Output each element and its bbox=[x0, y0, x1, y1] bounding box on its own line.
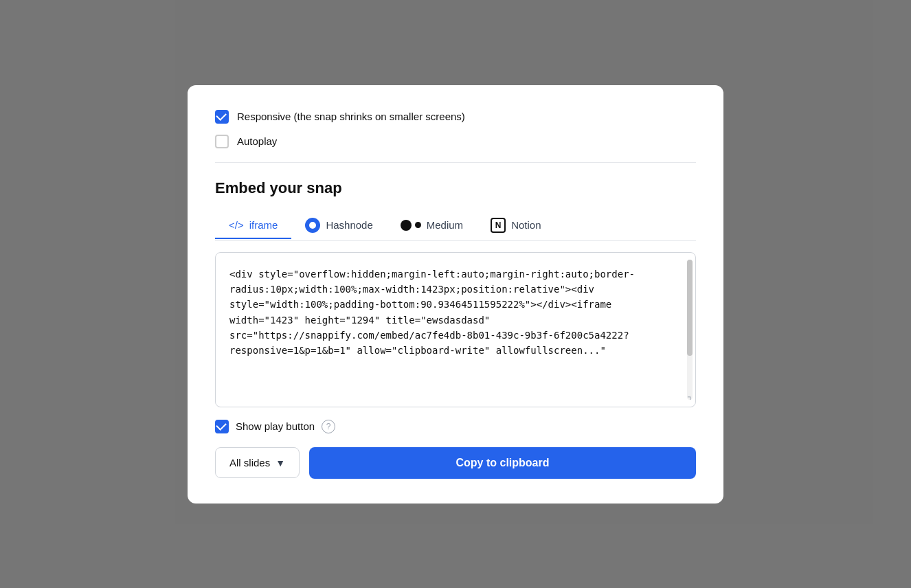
autoplay-checkbox-row: Autoplay bbox=[215, 135, 696, 148]
tab-hashnode[interactable]: Hashnode bbox=[291, 211, 386, 241]
copy-button-label: Copy to clipboard bbox=[456, 457, 550, 468]
show-play-button-label: Show play button bbox=[236, 420, 315, 432]
embed-tabs: </> iframe Hashnode Medium N Notion bbox=[215, 211, 696, 241]
scrollbar-thumb bbox=[687, 260, 693, 356]
notion-icon: N bbox=[491, 218, 506, 233]
embed-section-title: Embed your snap bbox=[215, 179, 696, 197]
responsive-label: Responsive (the snap shrinks on smaller … bbox=[237, 111, 465, 122]
actions-row: All slides ▼ Copy to clipboard bbox=[215, 447, 696, 479]
help-icon[interactable]: ? bbox=[322, 420, 335, 433]
hashnode-inner-dot bbox=[309, 222, 316, 229]
medium-dot-large bbox=[401, 220, 412, 231]
tab-medium-label: Medium bbox=[427, 219, 463, 231]
autoplay-label: Autoplay bbox=[237, 135, 277, 147]
copy-to-clipboard-button[interactable]: Copy to clipboard bbox=[309, 447, 696, 479]
tab-notion-label: Notion bbox=[511, 219, 541, 231]
medium-icon bbox=[401, 220, 421, 231]
embed-code-textarea[interactable]: <div style="overflow:hidden;margin-left:… bbox=[216, 253, 695, 404]
responsive-checkbox-row: Responsive (the snap shrinks on smaller … bbox=[215, 110, 696, 124]
slides-dropdown[interactable]: All slides ▼ bbox=[215, 447, 300, 478]
tab-hashnode-label: Hashnode bbox=[326, 219, 372, 231]
resize-handle[interactable]: ⌝ bbox=[684, 396, 694, 405]
tab-iframe[interactable]: </> iframe bbox=[215, 212, 291, 239]
help-icon-text: ? bbox=[326, 422, 331, 431]
tab-iframe-label: iframe bbox=[249, 219, 278, 231]
iframe-icon: </> bbox=[229, 220, 244, 230]
tab-notion[interactable]: N Notion bbox=[477, 211, 554, 241]
tab-medium[interactable]: Medium bbox=[387, 212, 477, 239]
scrollbar-track[interactable] bbox=[687, 260, 693, 400]
modal: Responsive (the snap shrinks on smaller … bbox=[188, 85, 723, 504]
responsive-checkbox[interactable] bbox=[215, 110, 229, 124]
chevron-down-icon: ▼ bbox=[275, 457, 285, 468]
medium-dot-small bbox=[415, 222, 421, 228]
modal-overlay: Responsive (the snap shrinks on smaller … bbox=[0, 0, 911, 588]
section-divider bbox=[215, 162, 696, 163]
autoplay-checkbox[interactable] bbox=[215, 135, 229, 148]
code-area-wrapper: <div style="overflow:hidden;margin-left:… bbox=[215, 252, 696, 407]
slides-dropdown-label: All slides bbox=[229, 457, 270, 468]
hashnode-icon bbox=[305, 218, 320, 233]
show-play-button-checkbox[interactable] bbox=[215, 420, 229, 433]
show-play-button-row: Show play button ? bbox=[215, 420, 696, 433]
